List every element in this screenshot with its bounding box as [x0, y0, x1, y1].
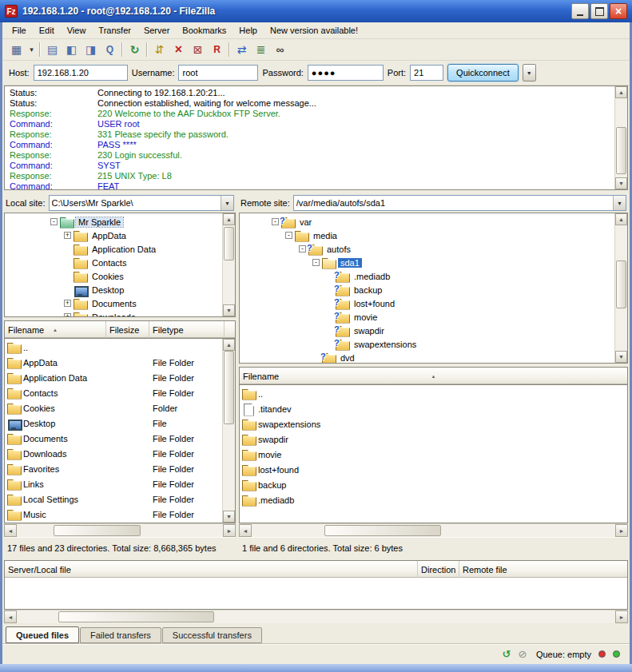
menu-edit[interactable]: Edit: [33, 24, 61, 37]
quickconnect-button[interactable]: Quickconnect: [447, 64, 519, 82]
combo-dropdown-icon[interactable]: [221, 196, 233, 210]
toolbar-queue-toggle-button[interactable]: Q: [101, 41, 119, 58]
scroll-down-icon[interactable]: [615, 177, 627, 189]
remote-file-row-swapdir[interactable]: swapdir: [242, 431, 627, 447]
remote-file-row-movie[interactable]: movie: [242, 447, 627, 462]
scroll-left-icon[interactable]: [4, 610, 17, 623]
speed-limit-status-icon[interactable]: ⊘: [516, 648, 529, 661]
toolbar-site-manager-dropdown-button[interactable]: ▾: [26, 41, 37, 58]
remote-file-row-mediadb[interactable]: .mediadb: [242, 492, 627, 507]
toolbar-directory-comparison-button[interactable]: ⇄: [233, 41, 251, 58]
expander-icon[interactable]: [272, 218, 279, 225]
remote-column-filename[interactable]: Filename: [240, 368, 627, 384]
scrollbar-track[interactable]: [252, 524, 615, 537]
remote-site-combo[interactable]: [293, 195, 626, 211]
menu-bookmarks[interactable]: Bookmarks: [176, 24, 233, 37]
local-column-filetype[interactable]: Filetype: [149, 321, 225, 338]
expander-icon[interactable]: [312, 259, 320, 266]
toolbar-find-files-button[interactable]: ∞: [271, 41, 289, 58]
toolbar-reconnect-button[interactable]: R: [208, 41, 226, 58]
scrollbar-thumb[interactable]: [224, 351, 234, 424]
local-site-combo[interactable]: [49, 195, 234, 211]
remote-tree-item-dvd[interactable]: dvd: [240, 351, 613, 364]
remote-list-horizontal-scrollbar[interactable]: [239, 523, 628, 537]
toolbar-cancel-button[interactable]: ×: [169, 41, 188, 58]
remote-tree-item-var[interactable]: var: [240, 215, 613, 229]
scroll-up-icon[interactable]: [615, 86, 627, 98]
port-input[interactable]: [410, 65, 443, 81]
toolbar-process-queue-button[interactable]: ⇵: [150, 41, 169, 58]
queue-column-server-local-file[interactable]: Server/Local file: [5, 561, 418, 578]
scroll-right-icon[interactable]: [223, 524, 236, 537]
scroll-up-icon[interactable]: [223, 339, 235, 351]
queue-column-remote-file[interactable]: Remote file: [459, 561, 627, 578]
menu-file[interactable]: File: [6, 24, 33, 37]
local-file-row-local-settings[interactable]: Local Settings File Folder: [7, 491, 221, 507]
remote-tree-item-backup[interactable]: backup: [240, 283, 613, 296]
local-file-row-links[interactable]: Links File Folder: [7, 476, 221, 491]
local-tree-item-mr-sparkle[interactable]: Mr Sparkle: [5, 215, 221, 229]
scrollbar-track[interactable]: [223, 351, 235, 511]
tab-successful-transfers[interactable]: Successful transfers: [162, 627, 262, 643]
quickconnect-dropdown-button[interactable]: [523, 64, 536, 82]
titlebar[interactable]: Fz 192.168.1.20 - root@192.168.1.20 - Fi…: [0, 0, 632, 22]
maximize-button[interactable]: [590, 3, 608, 19]
toolbar-remote-tree-toggle-button[interactable]: ◨: [81, 41, 100, 58]
queue-column-direction[interactable]: Direction: [418, 561, 459, 578]
minimize-button[interactable]: [571, 3, 589, 19]
combo-dropdown-icon[interactable]: [613, 196, 626, 210]
directory-comparison-status-icon[interactable]: ↺: [500, 648, 513, 661]
local-tree-item-contacts[interactable]: Contacts: [5, 256, 221, 269]
scrollbar-track[interactable]: [615, 225, 627, 351]
queue-horizontal-scrollbar[interactable]: [4, 610, 628, 623]
local-tree-item-desktop[interactable]: Desktop: [5, 283, 221, 296]
remote-file-row-[interactable]: ..: [242, 386, 627, 401]
remote-tree-item-media[interactable]: media: [240, 229, 613, 242]
remote-tree-item-autofs[interactable]: autofs: [240, 242, 613, 256]
toolbar-disconnect-button[interactable]: ⊠: [189, 41, 207, 58]
toolbar-site-manager-button[interactable]: ▦: [7, 41, 26, 58]
scroll-down-icon[interactable]: [615, 351, 627, 363]
expander-icon[interactable]: [50, 218, 58, 225]
expander-icon[interactable]: [64, 232, 71, 239]
scroll-down-icon[interactable]: [223, 304, 235, 316]
scroll-up-icon[interactable]: [223, 213, 235, 225]
scroll-up-icon[interactable]: [615, 213, 627, 225]
scrollbar-thumb[interactable]: [224, 227, 234, 260]
scrollbar-thumb[interactable]: [324, 525, 441, 536]
toolbar-synchronized-browsing-button[interactable]: ≣: [252, 41, 270, 58]
remote-tree-item-lost-found[interactable]: lost+found: [240, 296, 613, 310]
password-input[interactable]: [308, 65, 384, 81]
scroll-right-icon[interactable]: [615, 524, 628, 537]
remote-tree-item-movie[interactable]: movie: [240, 310, 613, 324]
remote-file-row-backup[interactable]: backup: [242, 477, 627, 492]
remote-file-row-swapextensions[interactable]: swapextensions: [242, 416, 627, 431]
remote-tree-item-sda1[interactable]: sda1: [240, 256, 613, 269]
scroll-right-icon[interactable]: [615, 610, 628, 623]
local-list-horizontal-scrollbar[interactable]: [4, 523, 236, 537]
expander-icon[interactable]: [64, 313, 71, 317]
local-tree-scrollbar[interactable]: [222, 213, 235, 316]
local-tree-item-application-data[interactable]: Application Data: [5, 242, 221, 256]
menu-help[interactable]: Help: [233, 24, 264, 37]
host-input[interactable]: [34, 65, 128, 81]
message-log-scrollbar[interactable]: [614, 86, 627, 189]
local-file-row-cookies[interactable]: Cookies Folder: [7, 400, 221, 416]
scrollbar-track[interactable]: [223, 225, 235, 304]
local-tree-item-appdata[interactable]: AppData: [5, 229, 221, 242]
local-column-filesize[interactable]: Filesize: [106, 321, 149, 338]
local-file-row-[interactable]: ..: [7, 340, 221, 355]
queue-list[interactable]: [4, 578, 628, 610]
local-file-row-documents[interactable]: Documents File Folder: [7, 431, 221, 446]
local-tree-item-cookies[interactable]: Cookies: [5, 269, 221, 283]
menu-server[interactable]: Server: [137, 24, 176, 37]
scroll-left-icon[interactable]: [4, 524, 17, 537]
tab-queued-files[interactable]: Queued files: [6, 626, 79, 643]
toolbar-refresh-button[interactable]: ↻: [125, 41, 144, 58]
local-file-row-favorites[interactable]: Favorites File Folder: [7, 461, 221, 476]
local-file-row-downloads[interactable]: Downloads File Folder: [7, 446, 221, 461]
remote-tree-item-mediadb[interactable]: .mediadb: [240, 269, 613, 283]
username-input[interactable]: [178, 65, 258, 81]
remote-tree-item-swapextensions[interactable]: swapextensions: [240, 337, 613, 351]
close-button[interactable]: [610, 3, 627, 19]
